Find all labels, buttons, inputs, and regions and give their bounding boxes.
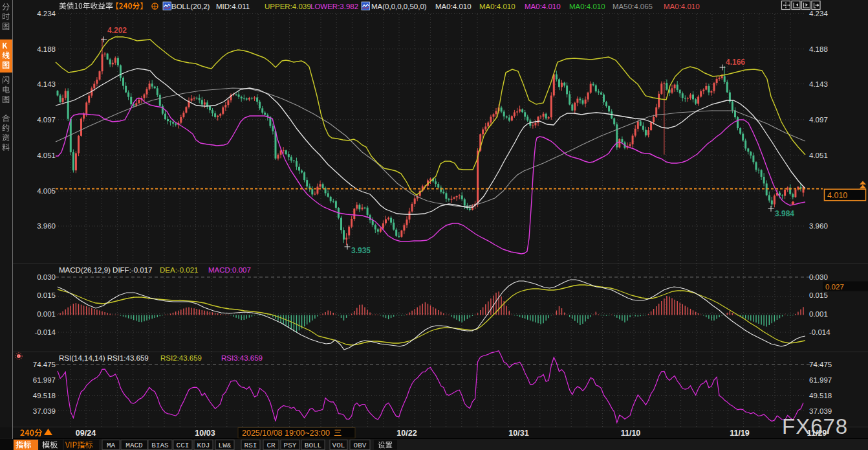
svg-text:0.015: 0.015 — [809, 291, 828, 299]
svg-text:0.030: 0.030 — [809, 273, 828, 281]
svg-text:OBV: OBV — [354, 442, 367, 449]
svg-text:-0.014: -0.014 — [34, 328, 56, 336]
svg-text:11/19: 11/19 — [730, 429, 750, 438]
svg-text:MA0:4.010: MA0:4.010 — [435, 3, 472, 10]
svg-text:MACD: MACD — [125, 442, 143, 449]
svg-text:10/22: 10/22 — [396, 429, 417, 438]
svg-text:3.984: 3.984 — [775, 209, 794, 218]
svg-text:RSI2:43.659: RSI2:43.659 — [160, 354, 202, 362]
svg-text:3.935: 3.935 — [351, 246, 371, 255]
svg-text:3.960: 3.960 — [37, 222, 56, 230]
svg-text:MACD(26,12,9) DIFF:-0.017: MACD(26,12,9) DIFF:-0.017 — [59, 266, 152, 274]
svg-text:49.518: 49.518 — [809, 392, 832, 399]
svg-text:09/24: 09/24 — [76, 429, 96, 438]
svg-text:CR: CR — [266, 442, 276, 449]
svg-text:74.475: 74.475 — [33, 361, 56, 368]
svg-text:FX678: FX678 — [782, 414, 848, 438]
svg-text:RSI3:43.659: RSI3:43.659 — [221, 354, 263, 362]
svg-text:4.234: 4.234 — [809, 10, 828, 17]
svg-text:MACD:0.007: MACD:0.007 — [208, 266, 251, 274]
svg-text:MA50:4.065: MA50:4.065 — [613, 3, 653, 10]
svg-text:37.039: 37.039 — [33, 407, 56, 415]
svg-text:4.143: 4.143 — [37, 80, 56, 88]
svg-text:61.997: 61.997 — [33, 376, 56, 384]
svg-text:10/03: 10/03 — [195, 429, 215, 438]
svg-text:LW&: LW& — [219, 442, 232, 449]
svg-text:DEA:-0.021: DEA:-0.021 — [160, 266, 198, 274]
svg-text:4.202: 4.202 — [107, 26, 127, 35]
svg-text:10/31: 10/31 — [508, 429, 528, 438]
svg-text:4.051: 4.051 — [37, 152, 56, 159]
svg-text:4.097: 4.097 — [809, 116, 828, 124]
svg-text:RSI: RSI — [244, 442, 257, 449]
svg-text:4.234: 4.234 — [37, 10, 56, 17]
svg-text:49.518: 49.518 — [33, 392, 56, 399]
svg-text:3.960: 3.960 — [809, 222, 828, 230]
svg-text:0.030: 0.030 — [37, 273, 56, 281]
svg-text:4.188: 4.188 — [809, 45, 828, 53]
svg-text:MA0:4.010: MA0:4.010 — [479, 3, 515, 10]
svg-text:4.051: 4.051 — [809, 152, 828, 159]
svg-text:BIAS: BIAS — [151, 442, 169, 449]
svg-text:4.010: 4.010 — [827, 191, 847, 200]
svg-text:-0.014: -0.014 — [809, 328, 830, 336]
svg-text:4.005: 4.005 — [37, 187, 56, 195]
svg-text:37.039: 37.039 — [809, 407, 832, 415]
svg-text:MID:4.011: MID:4.011 — [216, 3, 250, 10]
svg-text:CCI: CCI — [177, 442, 190, 449]
svg-text:4.166: 4.166 — [726, 58, 745, 67]
svg-text:MA0:4.010: MA0:4.010 — [664, 3, 700, 10]
svg-text:2025/10/08 19:00~23:00: 2025/10/08 19:00~23:00 — [242, 429, 330, 438]
svg-text:MA(0,0,0,0,50,0): MA(0,0,0,0,50,0) — [371, 3, 427, 10]
svg-text:0.001: 0.001 — [37, 310, 56, 318]
svg-text:4.188: 4.188 — [37, 45, 56, 53]
svg-text:0.015: 0.015 — [37, 291, 56, 299]
svg-text:MA: MA — [107, 442, 116, 449]
svg-text:BOLL(20,2): BOLL(20,2) — [171, 3, 210, 10]
svg-text:0.001: 0.001 — [809, 310, 828, 318]
svg-text:4.143: 4.143 — [809, 80, 828, 88]
svg-text:LOWER:3.982: LOWER:3.982 — [310, 3, 358, 10]
svg-text:MA0:4.010: MA0:4.010 — [525, 3, 561, 10]
svg-text:KDJ: KDJ — [197, 442, 210, 449]
svg-text:4.097: 4.097 — [37, 116, 56, 124]
svg-text:61.997: 61.997 — [809, 376, 832, 384]
svg-text:74.475: 74.475 — [809, 361, 832, 368]
svg-text:0.027: 0.027 — [825, 283, 844, 291]
svg-text:MA0:4.010: MA0:4.010 — [569, 3, 605, 10]
svg-text:VOL: VOL — [332, 442, 345, 449]
svg-text:PSY: PSY — [284, 442, 297, 449]
svg-text:RSI(14,14,14) RSI1:43.659: RSI(14,14,14) RSI1:43.659 — [59, 354, 149, 362]
svg-text:11/10: 11/10 — [621, 429, 641, 438]
svg-text:UPPER:4.039: UPPER:4.039 — [265, 3, 311, 10]
svg-text:BOLL: BOLL — [305, 442, 321, 449]
